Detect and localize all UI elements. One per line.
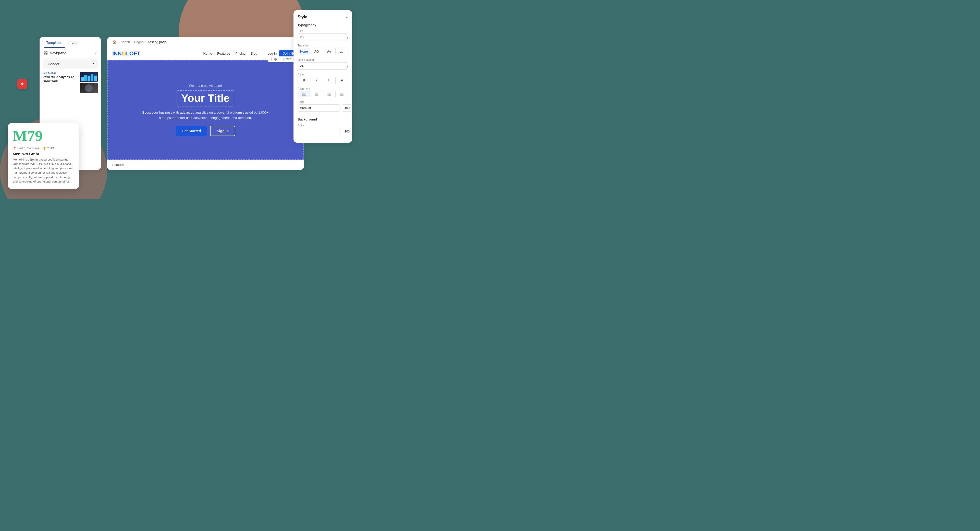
- panel-nav-navigation[interactable]: Navigation ∨: [40, 48, 101, 59]
- align-center-icon: [315, 93, 318, 96]
- background-label: Background: [298, 118, 348, 121]
- nav-links: Home Features Pricing Blog: [203, 51, 257, 56]
- company-name: Menlo79 GmbH: [13, 151, 74, 156]
- hero-description: Boost your business with advanced analyt…: [142, 110, 269, 121]
- navigation-icon: [44, 51, 48, 55]
- color-opacity-input[interactable]: [342, 104, 352, 112]
- breadcrumb-pages[interactable]: Pages: [134, 40, 144, 44]
- align-right[interactable]: [323, 91, 336, 97]
- size-label: Size: [298, 29, 348, 32]
- hero-section[interactable]: ↑ Up ↓ Down 🗑 We're a creative team! You…: [107, 60, 304, 160]
- template-tag: New Feature: [43, 72, 77, 74]
- transform-label: Transform: [298, 44, 348, 47]
- nav-features[interactable]: Features: [217, 51, 230, 56]
- svg-rect-0: [44, 51, 45, 53]
- logo-o: ⊙: [121, 50, 126, 57]
- style-label: Style: [298, 73, 348, 76]
- up-button[interactable]: ↑ Up: [270, 57, 277, 61]
- template-preview-text: New Feature Powerful Analytics To Grow Y…: [43, 72, 77, 93]
- panel-nav-section: Navigation ∨ Header ∧: [40, 48, 101, 69]
- line-spacing-label: Line Spacing: [298, 58, 348, 61]
- line-spacing-input[interactable]: [298, 62, 345, 69]
- color-input-row: %: [298, 104, 348, 112]
- size-row: Size px: [298, 29, 348, 41]
- sign-in-button[interactable]: Sign in: [210, 126, 235, 136]
- company-card: M79 📍 Berlin, Germany 🏆 2019 Menlo79 Gmb…: [8, 123, 79, 189]
- divider: [298, 115, 348, 115]
- bg-color-hex-input[interactable]: [298, 128, 340, 135]
- nav-chevron-icon: ∨: [94, 51, 97, 55]
- template-preview: New Feature Powerful Analytics To Grow Y…: [40, 70, 101, 95]
- typography-label: Typography: [298, 23, 348, 27]
- header-label: Header: [48, 62, 59, 66]
- align-justify[interactable]: [336, 91, 348, 97]
- transform-none[interactable]: None: [298, 48, 310, 55]
- company-logo: M79: [13, 128, 74, 144]
- bg-color-row: Color %: [298, 124, 348, 135]
- company-meta: 📍 Berlin, Germany 🏆 2019: [13, 147, 74, 150]
- get-started-button[interactable]: Get Started: [176, 126, 207, 136]
- company-description: Menlo79 is a Berlin-based LogTech startu…: [13, 158, 74, 184]
- transform-lowercase[interactable]: ag: [336, 48, 348, 55]
- bg-color-input-row: %: [298, 128, 348, 135]
- style-bold[interactable]: B: [298, 77, 310, 84]
- chart-bar-3: [88, 77, 90, 81]
- transform-capitalize[interactable]: Ag: [323, 48, 336, 55]
- transform-row: Transform None AG Ag ag: [298, 44, 348, 55]
- align-left[interactable]: [298, 91, 310, 97]
- three-dots-menu[interactable]: ⋮: [80, 80, 85, 86]
- features-label: Features: [112, 163, 125, 167]
- right-panel: Style ∧ Typography Size px Transform Non…: [293, 10, 352, 143]
- breadcrumb-admin[interactable]: Admin: [121, 40, 130, 44]
- panel-tabs: Templates Layout: [40, 37, 101, 48]
- site-logo: INN⊙LOFT: [112, 50, 140, 57]
- bg-color-label: Color: [298, 124, 348, 127]
- header-chevron-icon: ∧: [92, 62, 95, 66]
- transform-btn-group: None AG Ag ag: [298, 48, 348, 55]
- svg-rect-1: [46, 51, 47, 53]
- home-icon: 🏠: [112, 40, 116, 44]
- size-unit: px: [345, 34, 348, 40]
- svg-rect-3: [44, 53, 45, 55]
- hero-buttons: Get Started Sign in: [176, 126, 235, 136]
- breadcrumb-current: Testing page: [148, 40, 167, 44]
- style-underline[interactable]: U: [323, 77, 336, 84]
- align-right-icon: [328, 93, 331, 96]
- color-hex-input[interactable]: [298, 104, 340, 112]
- bg-color-opacity-input[interactable]: [342, 128, 352, 135]
- align-left-icon: [302, 93, 306, 96]
- down-button[interactable]: ↓ Down: [281, 57, 291, 61]
- chart-bar-2: [84, 75, 87, 81]
- line-spacing-row: Line Spacing px: [298, 58, 348, 70]
- style-strikethrough[interactable]: S: [336, 77, 348, 84]
- panel-title: Style: [298, 15, 307, 19]
- chart-bar-5: [94, 76, 97, 81]
- nav-pricing[interactable]: Pricing: [235, 51, 245, 56]
- nav-blog[interactable]: Blog: [251, 51, 257, 56]
- align-center[interactable]: [310, 91, 323, 97]
- panel-header-item[interactable]: Header ∧: [43, 59, 98, 69]
- transform-uppercase[interactable]: AG: [310, 48, 323, 55]
- alignment-row: Alignment: [298, 87, 348, 97]
- fab-button[interactable]: [18, 79, 27, 89]
- panel-header: Style ∧: [298, 15, 348, 19]
- panel-collapse-icon[interactable]: ∧: [345, 15, 348, 19]
- size-input[interactable]: [298, 34, 345, 41]
- tab-templates[interactable]: Templates: [44, 37, 65, 48]
- photo-placeholder-icon: 👤: [87, 87, 90, 89]
- color-label: Color: [298, 100, 348, 104]
- line-spacing-input-group: px: [298, 62, 348, 70]
- alignment-btn-group: [298, 91, 348, 97]
- tab-layout[interactable]: Layout: [65, 37, 81, 48]
- hero-title[interactable]: Your Title: [177, 90, 234, 107]
- chart-bar-4: [91, 74, 94, 81]
- main-area: 🏠 › Admin › Pages › Testing page INN⊙LOF…: [107, 37, 304, 170]
- breadcrumb: 🏠 › Admin › Pages › Testing page: [107, 37, 304, 47]
- main-bottom-section: Features: [107, 160, 304, 170]
- login-button[interactable]: Log In: [267, 51, 277, 56]
- line-spacing-unit: px: [345, 63, 348, 69]
- nav-home[interactable]: Home: [203, 51, 212, 56]
- alignment-label: Alignment: [298, 87, 348, 90]
- style-btn-group: B I U S: [298, 77, 348, 84]
- style-italic[interactable]: I: [310, 77, 323, 84]
